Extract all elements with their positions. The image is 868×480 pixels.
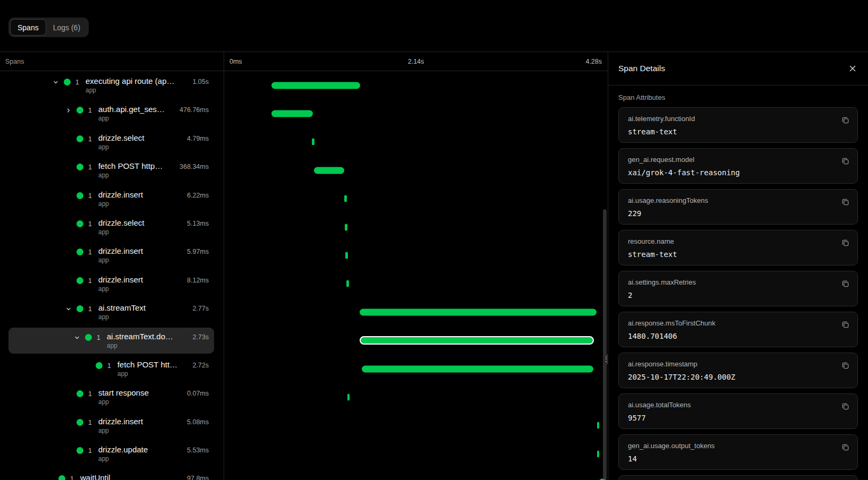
span-row[interactable]: 1 drizzle.insert app 8.12ms [0,270,224,298]
copy-button[interactable] [839,236,852,249]
timeline-row[interactable] [224,128,608,156]
chevron-icon[interactable] [52,79,59,86]
span-bar[interactable] [345,224,347,230]
span-name: drizzle.select [98,133,144,143]
span-duration: 5.13ms [187,220,209,227]
span-duration: 5.08ms [187,418,209,426]
status-dot-icon [76,192,83,199]
attribute-key: ai.response.msToFirstChunk [628,319,832,328]
chevron-icon[interactable] [73,334,81,341]
span-duration: 4.79ms [187,135,209,142]
span-bar[interactable] [362,365,593,372]
span-row[interactable]: 1 drizzle.select app 4.79ms [0,128,224,156]
span-list-header: Spans [0,52,224,71]
span-row-content: 1 drizzle.select app 5.13ms [76,218,209,237]
span-row[interactable]: 1 executing api route (ap… app 1.05s [0,71,224,99]
span-bar[interactable] [346,280,349,287]
span-name: drizzle.insert [98,275,143,285]
span-row[interactable]: 1 drizzle.insert app 6.22ms [0,185,224,213]
span-row[interactable]: 1 waitUntil app 97.8ms [0,468,224,480]
copy-button[interactable] [839,155,852,167]
timeline-row[interactable] [224,468,608,480]
span-bar[interactable] [271,82,360,89]
timeline-row[interactable] [224,355,608,383]
span-bar[interactable] [360,336,594,345]
timeline-row[interactable] [224,270,608,298]
span-duration: 2.73s [192,333,209,341]
span-row[interactable]: 1 fetch POST htt… app 2.72s [0,355,224,383]
span-details-title: Span Details [618,64,665,73]
copy-button[interactable] [839,400,852,413]
span-details-header: Span Details [608,52,868,85]
tab-logs-6[interactable]: Logs (6) [46,19,87,36]
grip-dots-icon [606,356,608,363]
span-bar[interactable] [360,308,597,315]
span-service: app [86,86,175,95]
span-bar[interactable] [597,450,599,457]
timeline-row[interactable] [224,99,608,127]
timeline-row[interactable] [224,185,608,213]
span-row[interactable]: 1 drizzle.select app 5.13ms [0,213,224,241]
timeline-row[interactable] [224,156,608,184]
span-row[interactable]: 1 start response app 0.07ms [0,383,224,411]
copy-icon [841,402,850,411]
span-count: 1 [88,135,92,143]
timeline-row[interactable] [224,71,608,99]
span-bar[interactable] [345,252,348,259]
copy-button[interactable] [839,195,852,208]
span-bar[interactable] [344,195,347,202]
span-count: 1 [88,192,92,200]
copy-button[interactable] [839,359,852,372]
span-bar[interactable] [347,393,350,400]
span-row-content: 1 fetch POST htt… app 2.72s [96,359,209,379]
main-area: Spans 1 executing api route (ap… app 1.0… [0,52,868,480]
attribute-card: ai.response.msToFirstChunk 1480.701406 [618,312,858,347]
attribute-key: ai.usage.reasoningTokens [628,196,832,205]
copy-button[interactable] [839,277,852,290]
tab-spans[interactable]: Spans [10,19,46,36]
span-attributes-label: Span Attributes [618,93,858,101]
tab-label: Logs (6) [53,23,80,32]
span-bar[interactable] [312,139,314,145]
timeline-row[interactable] [224,241,608,269]
panel-resize-handle[interactable] [604,354,608,364]
timeline-row[interactable] [224,412,608,440]
span-row[interactable]: 1 ai.streamText app 2.77s [0,298,224,326]
chevron-icon[interactable] [65,305,72,313]
attribute-key: gen_ai.request.model [628,156,832,164]
copy-button[interactable] [839,114,852,126]
timeline-rows [224,71,608,480]
span-service: app [98,228,144,237]
copy-button[interactable] [839,318,852,331]
span-name: fetch POST htt… [117,359,177,370]
chevron-icon[interactable] [65,107,72,114]
span-bar[interactable] [271,110,313,117]
timeline-row[interactable] [224,440,608,468]
span-row-content: 1 drizzle.insert app 5.97ms [76,246,209,265]
copy-icon [841,116,850,125]
timeline-vertical-scrollbar[interactable] [603,209,607,479]
close-button[interactable] [845,61,861,76]
timeline-row[interactable] [224,298,608,326]
span-row-selected[interactable]: 1 ai.streamText.do… app 2.73s [0,327,224,355]
timeline-row[interactable] [224,327,608,355]
timeline-row[interactable] [224,213,608,241]
span-bar[interactable] [597,422,599,429]
span-row[interactable]: 1 drizzle.insert app 5.08ms [0,412,224,440]
span-details-panel: Span Details Span Attributes ai.telemetr… [608,52,868,480]
timeline-row[interactable] [224,383,608,411]
span-name-block: drizzle.select app [98,218,144,237]
span-row[interactable]: 1 drizzle.insert app 5.97ms [0,241,224,269]
span-row[interactable]: 1 fetch POST http… app 368.34ms [0,156,224,184]
span-row[interactable]: 1 drizzle.update app 5.53ms [0,440,224,468]
span-bar[interactable] [314,167,344,174]
span-duration: 476.76ms [180,106,209,114]
span-name: drizzle.update [98,444,148,455]
span-row[interactable]: 1 auth.api.get_ses… app 476.76ms [0,99,224,127]
copy-button[interactable] [839,441,852,453]
copy-icon [841,157,850,166]
axis-tick-middle: 2.14s [408,52,424,71]
span-count: 1 [88,248,92,256]
copy-icon [841,198,850,207]
span-row-content: 1 fetch POST http… app 368.34ms [76,161,209,180]
